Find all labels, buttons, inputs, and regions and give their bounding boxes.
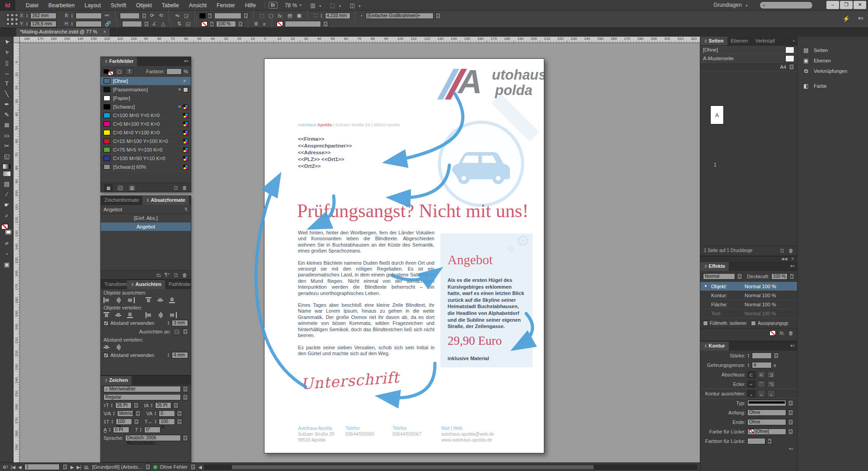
stroke-end-select[interactable]: Ohne (747, 419, 786, 425)
weight-field[interactable] (752, 352, 772, 359)
close-button[interactable]: ✕ (854, 1, 866, 9)
align-right-button[interactable] (127, 297, 135, 303)
swatch-rot[interactable]: C=15 M=100 Y=100 K=0 (101, 137, 191, 146)
join-round-button[interactable]: ⌒ (757, 381, 765, 388)
hscale-stepper[interactable]: ▲▼ (154, 419, 156, 424)
master-ohne[interactable]: [Ohne] (700, 46, 797, 54)
rectangle-tool[interactable]: ▭ (0, 130, 14, 141)
delete-style-button[interactable]: 🗑 (182, 272, 187, 278)
clear-overrides-button[interactable]: ¶⁺ (165, 272, 170, 278)
distribute-right-button[interactable] (169, 312, 177, 318)
distribute-vcenter-button[interactable] (115, 312, 123, 318)
tab-ebenen[interactable]: Ebenen (727, 37, 752, 45)
scissors-tool[interactable]: ✂ (0, 141, 14, 151)
select-container-icon[interactable]: ◲ (183, 13, 190, 19)
leading-field[interactable]: 26 Pt (155, 402, 171, 409)
master-a[interactable]: A-Musterseite (700, 54, 797, 63)
tab-transform[interactable]: Transform (101, 280, 127, 289)
spacing2-field[interactable]: 4 mm (172, 352, 188, 358)
gradient-tool[interactable] (3, 164, 10, 169)
kerning-stepper[interactable]: ▲▼ (113, 411, 115, 416)
stroke-type-select[interactable] (747, 400, 786, 406)
style-group-button[interactable]: 🗀 (156, 272, 161, 278)
tab-farbfelder[interactable]: ⇕Farbfelder (101, 57, 137, 66)
stroke-proxy-mini[interactable] (108, 71, 113, 76)
scrollbar-thumb[interactable] (232, 465, 594, 469)
knockout-group-checkbox[interactable] (751, 321, 756, 326)
blend-mode-select[interactable]: Normal (703, 273, 735, 280)
panel-menu-icon[interactable]: ▾≡ (182, 57, 191, 66)
miter-field[interactable]: 4 (752, 362, 772, 368)
align-outside-stroke-button[interactable]: ⌞ (767, 390, 775, 397)
dock-button-farbe[interactable]: ◧ Farbe (797, 81, 868, 91)
select-content-icon[interactable]: ◱ (184, 21, 192, 27)
stroke-proxy[interactable] (5, 229, 12, 235)
x-field[interactable]: 262 mm (30, 13, 57, 19)
workspace-switcher[interactable]: Grundlagen ▼ (713, 2, 748, 8)
spacing-field[interactable]: 3 mm (172, 320, 188, 326)
panel-menu-icon[interactable]: ▾≡ (789, 447, 793, 451)
flip-horizontal-icon[interactable]: ⇋ (174, 13, 180, 19)
constrain-proportions-icon[interactable]: ⚯ (104, 13, 110, 19)
distribute-bottom-button[interactable] (127, 312, 135, 318)
menu-item[interactable]: Objekt (131, 0, 157, 10)
view-options-icon[interactable]: ▥ ▼ (310, 2, 322, 9)
document-tab[interactable]: *Mailing-Autobranche.indd @ 77 % × (16, 28, 110, 37)
font-size-field[interactable]: 26 Pt (115, 402, 132, 409)
join-bevel-button[interactable]: ◹ (767, 381, 775, 388)
fill-stroke-proxy[interactable] (0, 223, 14, 238)
spacing2-stepper[interactable]: ▲▼ (167, 353, 170, 357)
object-style-select[interactable]: [Einfacher Grafikrahmen]+ (366, 13, 434, 19)
fill-proxy[interactable] (1, 224, 8, 229)
preflight-profile-select[interactable]: [Grundprofil] (Arbeits... (92, 464, 142, 470)
align-bottom-button[interactable] (169, 297, 177, 303)
next-page-button[interactable]: ▶ (71, 465, 74, 470)
cap-butt-button[interactable]: ⊏ (747, 371, 755, 378)
stroke-swatch[interactable] (201, 21, 208, 27)
baseline-field[interactable]: 0 Pt (113, 427, 129, 433)
align-inside-stroke-button[interactable]: ⌞ (757, 390, 765, 397)
stroke-weight-field[interactable]: 4,233 mm (325, 13, 350, 19)
prev-page-button[interactable]: ◀ (18, 465, 22, 470)
swatch-schwarz[interactable]: [Schwarz] ✕ (101, 103, 191, 111)
join-miter-button[interactable]: ⌐ (747, 381, 755, 388)
distribute-left-button[interactable] (146, 312, 153, 318)
lightning-icon[interactable]: ⚡ (843, 15, 850, 22)
tracking-field[interactable]: 0 (159, 410, 175, 417)
reference-point-proxy[interactable] (6, 14, 18, 25)
align-left-icon[interactable]: ≣ (253, 21, 259, 27)
swatch-gelb[interactable]: C=0 M=0 Y=100 K=0 (101, 128, 191, 137)
restore-button[interactable]: ❐ (840, 1, 853, 9)
tab-ausrichten[interactable]: ⇕Ausrichten (127, 280, 165, 289)
use-spacing-checkbox[interactable] (104, 321, 108, 326)
text-wrap-none-icon[interactable]: ▤ (286, 13, 293, 19)
delete-page-button[interactable]: 🗑 (788, 248, 793, 253)
align-top-button[interactable] (146, 297, 153, 303)
language-select[interactable]: Deutsch: 2006 Rechtschreibr... (125, 435, 181, 441)
align-left-button[interactable] (104, 297, 111, 303)
swatch-view-color-button[interactable]: ▢ (116, 184, 124, 191)
panel-menu-icon[interactable]: ▾≡ (788, 342, 797, 351)
vscale-stepper[interactable]: ▲▼ (111, 419, 113, 424)
menu-item[interactable]: Tabelle (157, 0, 184, 10)
fill-swatch[interactable] (199, 13, 206, 19)
tab-seiten[interactable]: ⇕Seiten (700, 37, 727, 45)
delete-effect-button[interactable]: 🗑 (788, 330, 793, 336)
bridge-button[interactable]: Br (269, 2, 278, 9)
spacing-stepper[interactable]: ▲▼ (167, 321, 170, 325)
distribute-top-button[interactable] (104, 312, 111, 318)
drop-shadow-icon[interactable]: ⬚ (258, 13, 265, 19)
distribute-hspace-button[interactable] (115, 344, 123, 350)
x-stepper[interactable]: ▲▼ (26, 14, 28, 18)
zoom-tool[interactable]: ⌕ (0, 210, 14, 220)
style-angebot[interactable]: Angebot (101, 223, 191, 231)
kerning-field[interactable]: Metrisch (117, 410, 133, 417)
swatch-gruen[interactable]: C=75 M=5 Y=100 K=0 (101, 146, 191, 154)
last-page-button[interactable]: ▶| (76, 465, 81, 470)
height-stepper[interactable]: ▲▼ (71, 22, 73, 26)
hscale-field[interactable]: 100 % (159, 419, 175, 425)
flip-vertical-icon[interactable]: ⇅ (176, 21, 183, 27)
tab-zeichen[interactable]: ⇕Zeichen (101, 376, 132, 385)
opacity-field[interactable]: 100 % (771, 273, 788, 280)
free-transform-tool[interactable]: ◱ (0, 151, 14, 162)
